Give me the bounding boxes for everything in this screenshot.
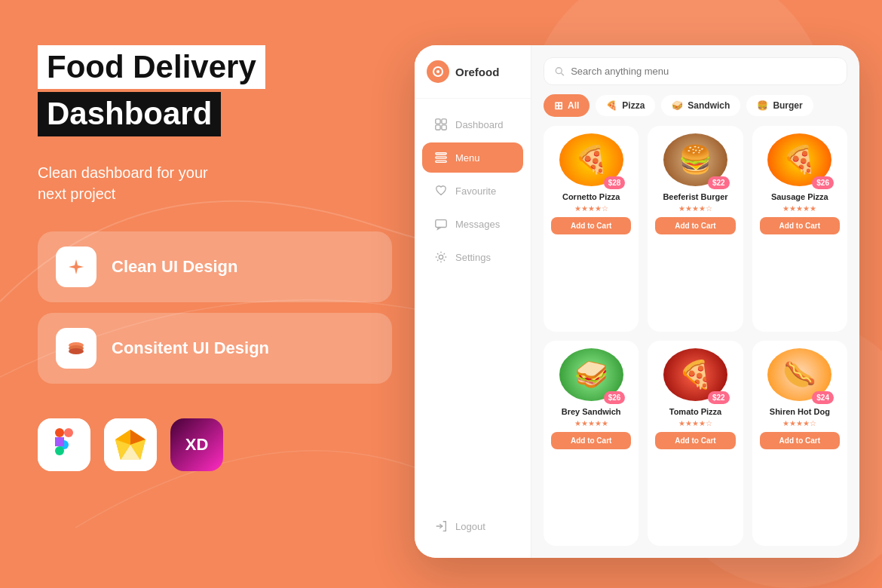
tomato-pizza-name: Tomato Pizza [669, 407, 721, 416]
cornetto-pizza-stars: ★★★★☆ [574, 204, 608, 213]
dashboard-label: Dashboard [455, 119, 504, 130]
food-img-hotdog: 🌭 $24 [760, 348, 840, 401]
svg-rect-25 [436, 157, 446, 158]
svg-point-30 [556, 67, 562, 73]
menu-label: Menu [455, 152, 480, 164]
cornetto-pizza-add-cart[interactable]: Add to Cart [551, 217, 631, 234]
sausage-pizza-add-cart[interactable]: Add to Cart [760, 217, 840, 234]
dashboard-panel: Orefood Dashboard Menu Favourite [415, 45, 859, 558]
beeferist-burger-stars: ★★★★☆ [678, 204, 712, 213]
food-card-shiren-hotdog: 🌭 $24 Shiren Hot Dog ★★★★☆ Add to Cart [752, 341, 847, 547]
svg-rect-9 [55, 437, 64, 446]
logo-text: Orefood [455, 66, 499, 78]
cornetto-pizza-price: $28 [604, 176, 626, 189]
svg-point-28 [439, 255, 443, 259]
shiren-hotdog-name: Shiren Hot Dog [770, 407, 830, 416]
sausage-pizza-price: $26 [812, 176, 834, 189]
sandwich-icon: 🥪 [672, 100, 683, 111]
sidebar: Orefood Dashboard Menu Favourite [415, 45, 531, 558]
food-img-cornetto: 🍕 $28 [551, 133, 631, 186]
svg-rect-8 [64, 428, 73, 437]
food-card-cornetto-pizza: 🍕 $28 Cornetto Pizza ★★★★☆ Add to Cart [544, 126, 639, 332]
search-input[interactable] [571, 66, 836, 77]
sidebar-item-settings[interactable]: Settings [422, 242, 523, 272]
category-tab-pizza[interactable]: 🍕 Pizza [596, 95, 655, 116]
pizza-icon: 🍕 [606, 100, 617, 111]
svg-rect-23 [442, 125, 446, 130]
logo-area: Orefood [415, 60, 531, 99]
food-card-brey-sandwich: 🥪 $26 Brey Sandwich ★★★★★ Add to Cart [544, 341, 639, 547]
logout-label: Logout [455, 521, 485, 532]
shiren-hotdog-add-cart[interactable]: Add to Cart [760, 432, 840, 449]
svg-rect-10 [55, 446, 64, 455]
sidebar-item-logout[interactable]: Logout [422, 511, 523, 541]
tomato-pizza-add-cart[interactable]: Add to Cart [655, 432, 735, 449]
svg-rect-21 [442, 119, 446, 124]
sausage-pizza-stars: ★★★★★ [782, 204, 816, 213]
main-content: ⊞ All 🍕 Pizza 🥪 Sandwich 🍔 Burger 🍕 $2 [531, 45, 859, 558]
tool-icons: XD [38, 418, 392, 471]
title-line1: Food Delivery [38, 45, 265, 89]
search-icon [555, 66, 565, 77]
sidebar-item-dashboard[interactable]: Dashboard [422, 109, 523, 139]
consistent-ui-label: Consitent UI Design [112, 338, 269, 358]
xd-icon: XD [170, 418, 223, 471]
svg-line-31 [562, 72, 564, 75]
svg-rect-20 [436, 119, 440, 124]
food-img-burger: 🍔 $22 [655, 133, 735, 186]
category-tabs: ⊞ All 🍕 Pizza 🥪 Sandwich 🍔 Burger [531, 85, 859, 126]
left-panel: Food Delivery Dashboard Clean dashboard … [0, 0, 430, 588]
shiren-hotdog-stars: ★★★★☆ [782, 419, 816, 427]
brey-sandwich-price: $26 [604, 391, 626, 404]
search-bar[interactable] [544, 57, 847, 85]
sketch-icon [104, 418, 157, 471]
svg-rect-26 [436, 161, 446, 162]
figma-icon [38, 418, 90, 471]
all-icon: ⊞ [554, 100, 563, 112]
food-grid: 🍕 $28 Cornetto Pizza ★★★★☆ Add to Cart 🍔… [531, 126, 859, 558]
category-tab-all[interactable]: ⊞ All [544, 94, 590, 117]
clean-ui-label: Clean UI Design [112, 257, 237, 277]
brey-sandwich-add-cart[interactable]: Add to Cart [551, 432, 631, 449]
logo-icon [427, 60, 449, 83]
beeferist-burger-price: $22 [708, 176, 730, 189]
favourite-label: Favourite [455, 185, 496, 197]
consistent-ui-icon [56, 328, 96, 369]
sidebar-item-menu[interactable]: Menu [422, 142, 523, 173]
tomato-pizza-price: $22 [708, 391, 730, 404]
feature-card-consistent-ui: Consitent UI Design [38, 313, 392, 384]
svg-rect-7 [55, 428, 64, 437]
svg-rect-27 [436, 220, 446, 228]
burger-icon: 🍔 [757, 100, 768, 111]
shiren-hotdog-price: $24 [812, 391, 834, 404]
sidebar-item-favourite[interactable]: Favourite [422, 176, 523, 206]
brey-sandwich-stars: ★★★★★ [574, 419, 608, 427]
feature-card-clean-ui: Clean UI Design [38, 231, 392, 302]
beeferist-burger-add-cart[interactable]: Add to Cart [655, 217, 735, 234]
food-card-sausage-pizza: 🍕 $26 Sausage Pizza ★★★★★ Add to Cart [752, 126, 847, 332]
category-tab-burger[interactable]: 🍔 Burger [746, 95, 813, 116]
svg-rect-24 [436, 153, 446, 155]
food-card-beeferist-burger: 🍔 $22 Beeferist Burger ★★★★☆ Add to Cart [648, 126, 743, 332]
brey-sandwich-name: Brey Sandwich [562, 407, 621, 416]
category-tab-sandwich[interactable]: 🥪 Sandwich [661, 95, 740, 116]
svg-point-19 [436, 70, 439, 73]
svg-rect-22 [436, 125, 440, 130]
svg-point-4 [69, 348, 84, 354]
sausage-pizza-name: Sausage Pizza [771, 192, 828, 201]
sidebar-item-messages[interactable]: Messages [422, 209, 523, 239]
food-img-sandwich: 🥪 $26 [551, 348, 631, 401]
subtitle: Clean dashboard for yournext project [38, 162, 392, 204]
food-card-tomato-pizza: 🍕 $22 Tomato Pizza ★★★★☆ Add to Cart [648, 341, 743, 547]
food-img-tomato: 🍕 $22 [655, 348, 735, 401]
title-line2: Dashboard [38, 92, 221, 136]
beeferist-burger-name: Beeferist Burger [663, 192, 727, 201]
messages-label: Messages [455, 219, 500, 230]
clean-ui-icon [56, 247, 96, 287]
food-img-sausage: 🍕 $26 [760, 133, 840, 186]
title-block: Food Delivery Dashboard [38, 45, 392, 136]
settings-label: Settings [455, 252, 491, 263]
tomato-pizza-stars: ★★★★☆ [678, 419, 712, 427]
cornetto-pizza-name: Cornetto Pizza [562, 192, 620, 201]
